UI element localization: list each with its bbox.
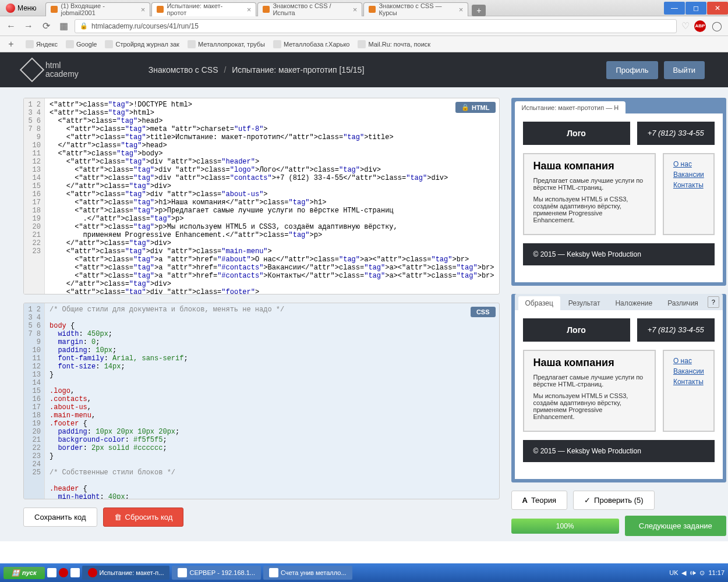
- maximize-button[interactable]: ◻: [685, 2, 706, 15]
- line-gutter: 1 2 3 4 5 6 7 8 9 10 11 12 13 14 15 16 1…: [24, 98, 45, 294]
- check-button[interactable]: ✓ Проверить (5): [573, 491, 655, 510]
- new-tab-button[interactable]: +: [472, 5, 486, 16]
- proto-logo: Лого: [523, 318, 630, 342]
- course-link[interactable]: Знакомство с CSS: [149, 65, 218, 74]
- logout-button[interactable]: Выйти: [664, 61, 705, 79]
- proto-menu-link[interactable]: О нас: [673, 357, 704, 365]
- proto-menu-link[interactable]: Контакты: [673, 181, 704, 189]
- site-header: htmlacademy Знакомство с CSS / Испытание…: [0, 52, 728, 87]
- bookmark-item[interactable]: Google: [66, 40, 97, 48]
- reset-code-button[interactable]: 🗑 Сбросить код: [103, 508, 184, 527]
- back-button[interactable]: ←: [5, 20, 17, 33]
- proto-menu-link[interactable]: О нас: [673, 160, 704, 168]
- result-body: Лого +7 (812) 33-4-55 Наша компания Пред…: [515, 310, 723, 479]
- tab-sample[interactable]: Образец: [518, 296, 560, 310]
- browser-tab[interactable]: Знакомство с CSS / Испыта×: [257, 2, 362, 16]
- browser-tab[interactable]: (1) Входящие - jobmail2001×: [45, 2, 150, 16]
- proto-footer: © 2015 — Keksby Web Production: [523, 440, 715, 462]
- result-tabs: Образец Результат Наложение Различия ?: [515, 294, 723, 310]
- bookmark-item[interactable]: Яндекс: [26, 40, 58, 48]
- close-icon[interactable]: ×: [353, 5, 358, 14]
- proto-logo: Лого: [523, 122, 630, 145]
- bookmark-item[interactable]: Стройряд журнал зак: [105, 40, 179, 48]
- address-bar[interactable]: 🔒 htmlacademy.ru/courses/41/run/15: [75, 19, 677, 33]
- reload-button[interactable]: ⟳: [40, 20, 52, 33]
- speed-dial-button[interactable]: ▦: [57, 20, 70, 33]
- tab-result[interactable]: Результат: [561, 296, 607, 310]
- css-badge: CSS: [471, 307, 496, 317]
- theory-button[interactable]: A Теория: [511, 491, 568, 510]
- window-controls: — ◻ ✕: [663, 2, 728, 15]
- proto-menu-link[interactable]: Контакты: [673, 378, 704, 386]
- next-task-button[interactable]: Следующее задание: [625, 516, 726, 536]
- html-code[interactable]: <"attr">class="tag">!DOCTYPE html> <"att…: [45, 98, 499, 294]
- bookmark-item[interactable]: Металлобаза г.Харько: [273, 40, 350, 48]
- tab-overlay[interactable]: Наложение: [608, 296, 659, 310]
- site-logo[interactable]: htmlacademy: [23, 61, 79, 79]
- close-window-button[interactable]: ✕: [707, 2, 728, 15]
- line-gutter: 1 2 3 4 5 6 7 8 9 10 11 12 13 14 15 16 1…: [24, 303, 45, 499]
- proto-menu-link[interactable]: Вакансии: [673, 171, 704, 179]
- proto-menu: О нас Вакансии Контакты: [663, 350, 715, 432]
- user-icon[interactable]: ◯: [711, 20, 723, 33]
- preview-panel: Испытание: макет-прототип — H Лого +7 (8…: [511, 98, 726, 286]
- tab-favicon: [369, 6, 376, 13]
- proto-footer: © 2015 — Keksby Web Production: [523, 243, 715, 265]
- main-content: 🔒 HTML 1 2 3 4 5 6 7 8 9 10 11 12 13 14 …: [0, 87, 728, 541]
- proto-phone: +7 (812) 33-4-55: [637, 318, 715, 342]
- bookmark-icon: [188, 40, 196, 48]
- bookmarks-bar: + Яндекс Google Стройряд журнал зак Мета…: [0, 36, 728, 52]
- close-icon[interactable]: ×: [247, 5, 252, 14]
- bookmark-item[interactable]: Mail.Ru: почта, поиск: [358, 40, 430, 48]
- tab-favicon: [263, 6, 270, 13]
- proto-about: Наша компания Предлагает самые лучшие ус…: [523, 153, 656, 235]
- bookmark-icon: [358, 40, 366, 48]
- url-text: htmlacademy.ru/courses/41/run/15: [91, 22, 199, 30]
- proto-phone: +7 (812) 33-4-55: [637, 122, 715, 145]
- bookmark-icon: [26, 40, 34, 48]
- tab-favicon: [157, 6, 164, 13]
- css-editor[interactable]: CSS 1 2 3 4 5 6 7 8 9 10 11 12 13 14 15 …: [23, 303, 500, 499]
- proto-menu-link[interactable]: Вакансии: [673, 367, 704, 375]
- adblock-icon[interactable]: ABP: [694, 20, 706, 32]
- browser-tab[interactable]: Знакомство с CSS — Курсы×: [363, 2, 468, 16]
- breadcrumb: Знакомство с CSS / Испытание: макет-прот…: [149, 65, 364, 74]
- favorite-icon[interactable]: ♡: [681, 20, 690, 31]
- result-panel: Образец Результат Наложение Различия ? Л…: [511, 294, 726, 482]
- lock-icon: 🔒: [80, 22, 88, 30]
- save-code-button[interactable]: Сохранить код: [23, 508, 97, 527]
- help-button[interactable]: ?: [708, 296, 719, 308]
- forward-button[interactable]: →: [22, 20, 35, 33]
- html-badge: 🔒 HTML: [455, 102, 496, 113]
- tab-favicon: [51, 6, 58, 13]
- minimize-button[interactable]: —: [664, 2, 685, 15]
- bookmark-icon: [273, 40, 281, 48]
- logo-icon: [20, 58, 44, 82]
- close-icon[interactable]: ×: [459, 5, 464, 14]
- tab-diff[interactable]: Различия: [660, 296, 705, 310]
- proto-about: Наша компания Предлагает самые лучшие ус…: [523, 350, 656, 432]
- task-progress: [15/15]: [339, 65, 364, 74]
- bookmark-item[interactable]: Металлопрокат, трубы: [188, 40, 265, 48]
- preview-tab-title: Испытание: макет-прототип — H: [515, 101, 626, 114]
- bookmark-icon: [66, 40, 74, 48]
- opera-icon: [6, 3, 15, 13]
- os-titlebar: Меню (1) Входящие - jobmail2001× Испытан…: [0, 0, 728, 16]
- close-icon[interactable]: ×: [141, 5, 146, 14]
- url-bar: ← → ⟳ ▦ 🔒 htmlacademy.ru/courses/41/run/…: [0, 16, 728, 36]
- bookmark-icon: [105, 40, 113, 48]
- preview-body: Лого +7 (812) 33-4-55 Наша компания Пред…: [515, 113, 723, 282]
- proto-menu: О нас Вакансии Контакты: [663, 153, 715, 235]
- profile-button[interactable]: Профиль: [606, 61, 658, 79]
- proto-heading: Наша компания: [533, 160, 645, 172]
- proto-heading: Наша компания: [533, 357, 645, 369]
- browser-tab-active[interactable]: Испытание: макет-протот×: [151, 2, 256, 16]
- html-editor[interactable]: 🔒 HTML 1 2 3 4 5 6 7 8 9 10 11 12 13 14 …: [23, 98, 500, 294]
- add-bookmark-button[interactable]: +: [5, 38, 17, 51]
- opera-menu-button[interactable]: Меню: [0, 0, 42, 16]
- progress-bar: 100%: [511, 519, 619, 534]
- css-code[interactable]: /* Общие стили для документа и блоков, м…: [45, 303, 499, 499]
- menu-label: Меню: [17, 4, 36, 12]
- task-name: Испытание: макет-прототип: [232, 65, 337, 74]
